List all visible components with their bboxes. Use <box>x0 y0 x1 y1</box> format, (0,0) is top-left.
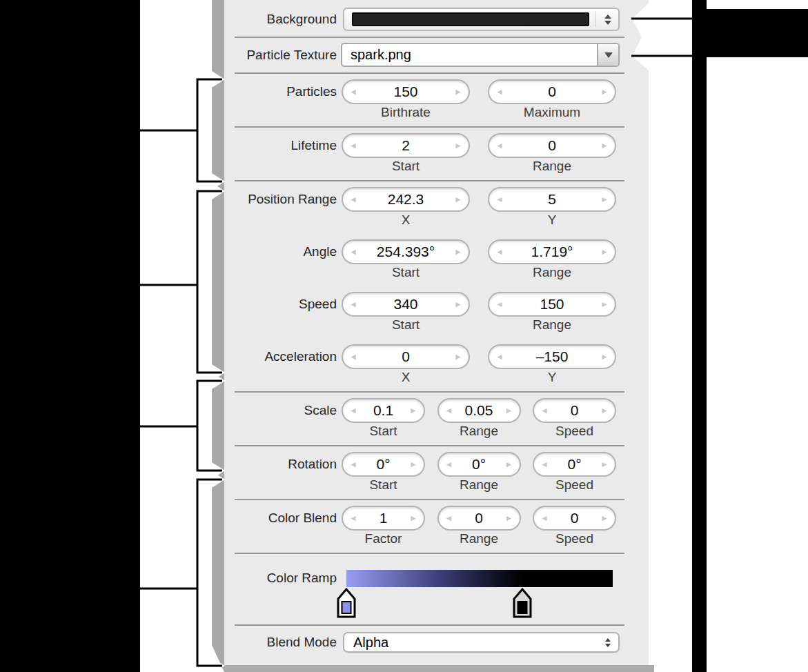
increment-chevron-icon[interactable]: ► <box>454 88 462 96</box>
value-stepper[interactable]: ◄ 0.1 ► <box>342 398 425 423</box>
value-stepper[interactable]: ◄ 150 ► <box>488 292 616 317</box>
stepper-value[interactable]: 242.3 <box>388 191 424 208</box>
particle-texture-dropdown-button[interactable] <box>597 44 618 66</box>
background-color-well[interactable] <box>343 8 620 31</box>
down-arrow-icon[interactable] <box>604 21 611 25</box>
value-stepper[interactable]: ◄ 0 ► <box>342 344 470 369</box>
increment-chevron-icon[interactable]: ► <box>505 460 513 468</box>
decrement-chevron-icon[interactable]: ◄ <box>349 460 357 468</box>
stepper-value[interactable]: 0° <box>376 456 390 473</box>
decrement-chevron-icon[interactable]: ◄ <box>495 88 504 96</box>
decrement-chevron-icon[interactable]: ◄ <box>495 353 504 361</box>
stepper-value[interactable]: 1.719° <box>531 244 573 260</box>
value-stepper[interactable]: ◄ 0 ► <box>533 398 616 423</box>
stepper-value[interactable]: 150 <box>393 83 417 100</box>
blend-mode-popup[interactable]: Alpha <box>343 632 620 653</box>
increment-chevron-icon[interactable]: ► <box>600 195 609 204</box>
value-stepper[interactable]: ◄ 0° ► <box>342 452 425 477</box>
value-stepper[interactable]: ◄ 0° ► <box>533 452 616 477</box>
stepper-value[interactable]: 0 <box>548 137 556 154</box>
stepper-value[interactable]: 0° <box>472 456 486 473</box>
value-stepper[interactable]: ◄ 340 ► <box>342 292 470 317</box>
color-stop-marker-start[interactable] <box>336 587 357 619</box>
value-stepper[interactable]: ◄ 0 ► <box>488 133 616 158</box>
stepper-value[interactable]: 5 <box>548 191 556 208</box>
value-stepper[interactable]: ◄ 0 ► <box>437 506 521 531</box>
increment-chevron-icon[interactable]: ► <box>409 460 417 468</box>
increment-chevron-icon[interactable]: ► <box>454 195 462 204</box>
increment-chevron-icon[interactable]: ► <box>600 460 609 468</box>
particle-texture-value[interactable]: spark.png <box>342 44 597 66</box>
stepper-value[interactable]: 0° <box>567 456 581 473</box>
stepper-value[interactable]: –150 <box>536 348 569 365</box>
value-stepper[interactable]: ◄ 0.05 ► <box>437 398 521 423</box>
value-stepper[interactable]: ◄ 0 ► <box>533 506 616 531</box>
increment-chevron-icon[interactable]: ► <box>409 514 417 522</box>
increment-chevron-icon[interactable]: ► <box>505 514 513 522</box>
decrement-chevron-icon[interactable]: ◄ <box>349 248 357 256</box>
decrement-chevron-icon[interactable]: ◄ <box>349 514 357 522</box>
increment-chevron-icon[interactable]: ► <box>600 406 609 415</box>
value-stepper[interactable]: ◄ 242.3 ► <box>342 187 470 212</box>
decrement-chevron-icon[interactable]: ◄ <box>445 460 453 468</box>
stepper-value[interactable]: 0 <box>402 348 410 365</box>
stepper-value[interactable]: 340 <box>393 296 417 313</box>
stepper-value[interactable]: 0.05 <box>465 402 493 419</box>
stepper-value[interactable]: 0 <box>571 402 579 419</box>
increment-chevron-icon[interactable]: ► <box>600 514 609 522</box>
decrement-chevron-icon[interactable]: ◄ <box>349 300 357 308</box>
value-stepper[interactable]: ◄ 0° ► <box>437 452 521 477</box>
value-stepper[interactable]: ◄ 0 ► <box>488 79 616 104</box>
increment-chevron-icon[interactable]: ► <box>454 248 462 256</box>
decrement-chevron-icon[interactable]: ◄ <box>540 406 549 415</box>
decrement-chevron-icon[interactable]: ◄ <box>349 406 357 415</box>
decrement-chevron-icon[interactable]: ◄ <box>495 300 504 308</box>
value-stepper[interactable]: ◄ 2 ► <box>342 133 470 158</box>
stepper-value[interactable]: 254.393° <box>377 244 435 260</box>
stepper-value[interactable]: 0.1 <box>373 402 393 419</box>
increment-chevron-icon[interactable]: ► <box>600 300 609 308</box>
value-stepper[interactable]: ◄ 1.719° ► <box>488 239 616 264</box>
background-stepper-updown-icon[interactable] <box>604 9 611 30</box>
stepper-sublabel: Range <box>533 159 571 174</box>
decrement-chevron-icon[interactable]: ◄ <box>540 514 549 522</box>
color-stop-marker-end[interactable] <box>512 587 533 619</box>
color-ramp-gradient[interactable] <box>346 570 613 587</box>
stepper-value[interactable]: 1 <box>380 510 388 526</box>
stepper-sublabel: Speed <box>555 531 593 546</box>
increment-chevron-icon[interactable]: ► <box>409 406 417 415</box>
decrement-chevron-icon[interactable]: ◄ <box>349 88 357 96</box>
increment-chevron-icon[interactable]: ► <box>600 141 609 150</box>
decrement-chevron-icon[interactable]: ◄ <box>349 195 357 204</box>
increment-chevron-icon[interactable]: ► <box>600 88 609 96</box>
decrement-chevron-icon[interactable]: ◄ <box>349 353 357 361</box>
stepper-value[interactable]: 2 <box>402 137 410 154</box>
increment-chevron-icon[interactable]: ► <box>454 300 462 308</box>
up-arrow-icon[interactable] <box>604 14 611 19</box>
decrement-chevron-icon[interactable]: ◄ <box>495 195 504 204</box>
decrement-chevron-icon[interactable]: ◄ <box>445 514 453 522</box>
stepper-value[interactable]: 0 <box>571 510 579 526</box>
value-stepper[interactable]: ◄ –150 ► <box>488 344 616 369</box>
stepper-value[interactable]: 0 <box>548 83 556 100</box>
increment-chevron-icon[interactable]: ► <box>600 248 609 256</box>
stepper-value[interactable]: 0 <box>475 510 483 526</box>
decrement-chevron-icon[interactable]: ◄ <box>540 460 549 468</box>
increment-chevron-icon[interactable]: ► <box>600 353 609 361</box>
value-stepper[interactable]: ◄ 1 ► <box>342 506 425 531</box>
value-stepper[interactable]: ◄ 150 ► <box>342 79 470 104</box>
value-stepper[interactable]: ◄ 254.393° ► <box>342 239 470 264</box>
background-color-swatch[interactable] <box>352 12 589 26</box>
decrement-chevron-icon[interactable]: ◄ <box>349 141 357 150</box>
decrement-chevron-icon[interactable]: ◄ <box>495 248 504 256</box>
stepper-value[interactable]: 150 <box>540 296 564 313</box>
particle-texture-combobox[interactable]: spark.png <box>341 43 620 67</box>
increment-chevron-icon[interactable]: ► <box>505 406 513 415</box>
decrement-chevron-icon[interactable]: ◄ <box>495 141 504 150</box>
row-label: Color Blend <box>224 500 337 553</box>
decrement-chevron-icon[interactable]: ◄ <box>445 406 453 415</box>
stepper-column: ◄ 0° ► Speed <box>533 446 616 499</box>
increment-chevron-icon[interactable]: ► <box>454 353 462 361</box>
increment-chevron-icon[interactable]: ► <box>454 141 462 150</box>
value-stepper[interactable]: ◄ 5 ► <box>488 187 616 212</box>
